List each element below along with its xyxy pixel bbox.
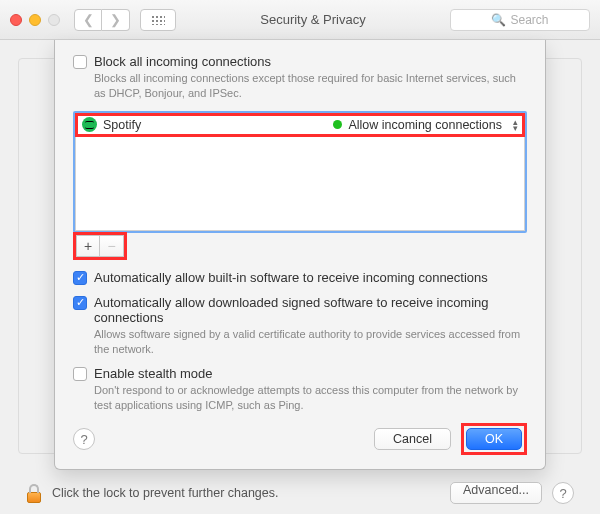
remove-app-button[interactable]: −	[100, 235, 124, 257]
stealth-label: Enable stealth mode	[94, 366, 213, 381]
search-icon: 🔍	[491, 13, 506, 27]
add-remove-group: + −	[73, 232, 127, 260]
auto-builtin-row: ✓ Automatically allow built-in software …	[73, 270, 527, 285]
search-input[interactable]: 🔍 Search	[450, 9, 590, 31]
stealth-checkbox[interactable]	[73, 367, 87, 381]
window-title: Security & Privacy	[186, 12, 440, 27]
auto-signed-label: Automatically allow downloaded signed so…	[94, 295, 527, 325]
lock-icon[interactable]	[26, 483, 42, 503]
auto-signed-row: ✓ Automatically allow downloaded signed …	[73, 295, 527, 357]
back-button[interactable]: ❮	[74, 9, 102, 31]
forward-button[interactable]: ❯	[102, 9, 130, 31]
auto-signed-sub: Allows software signed by a valid certif…	[94, 327, 527, 357]
spotify-icon	[82, 117, 97, 132]
footer-help-button[interactable]: ?	[552, 482, 574, 504]
grid-icon	[151, 15, 165, 25]
stealth-sub: Don't respond to or acknowledge attempts…	[94, 383, 527, 413]
block-all-checkbox[interactable]	[73, 55, 87, 69]
lock-text: Click the lock to prevent further change…	[52, 486, 279, 500]
show-all-button[interactable]	[140, 9, 176, 31]
app-list-row[interactable]: Spotify Allow incoming connections ▴▾	[76, 114, 524, 136]
ok-highlight: OK	[461, 423, 527, 455]
app-list-wrapper: Spotify Allow incoming connections ▴▾	[73, 111, 527, 233]
search-placeholder: Search	[510, 13, 548, 27]
ok-button[interactable]: OK	[466, 428, 522, 450]
sheet-buttons: ? Cancel OK	[73, 423, 527, 455]
add-app-button[interactable]: +	[76, 235, 100, 257]
zoom-window-button[interactable]	[48, 14, 60, 26]
block-all-sub: Blocks all incoming connections except t…	[94, 71, 527, 101]
window-toolbar: ❮ ❯ Security & Privacy 🔍 Search	[0, 0, 600, 40]
connection-cell[interactable]: Allow incoming connections ▴▾	[333, 118, 518, 132]
stealth-row: Enable stealth mode Don't respond to or …	[73, 366, 527, 413]
connection-status: Allow incoming connections	[348, 118, 502, 132]
auto-builtin-checkbox[interactable]: ✓	[73, 271, 87, 285]
close-window-button[interactable]	[10, 14, 22, 26]
cancel-button[interactable]: Cancel	[374, 428, 451, 450]
auto-builtin-label: Automatically allow built-in software to…	[94, 270, 488, 285]
advanced-button[interactable]: Advanced...	[450, 482, 542, 504]
window-body: Block all incoming connections Blocks al…	[0, 40, 600, 514]
allow-dot-icon	[333, 120, 342, 129]
dropdown-arrows-icon: ▴▾	[513, 119, 518, 131]
traffic-lights	[10, 14, 60, 26]
auto-signed-checkbox[interactable]: ✓	[73, 296, 87, 310]
nav-buttons: ❮ ❯	[74, 9, 130, 31]
add-remove-row: + −	[73, 232, 527, 260]
block-all-label: Block all incoming connections	[94, 54, 527, 69]
minimize-window-button[interactable]	[29, 14, 41, 26]
app-list[interactable]: Spotify Allow incoming connections ▴▾	[75, 113, 525, 231]
block-all-text: Block all incoming connections Blocks al…	[94, 54, 527, 101]
firewall-options-sheet: Block all incoming connections Blocks al…	[54, 40, 546, 470]
block-all-row: Block all incoming connections Blocks al…	[73, 54, 527, 101]
sheet-help-button[interactable]: ?	[73, 428, 95, 450]
app-name: Spotify	[103, 118, 141, 132]
footer: Click the lock to prevent further change…	[26, 482, 574, 504]
